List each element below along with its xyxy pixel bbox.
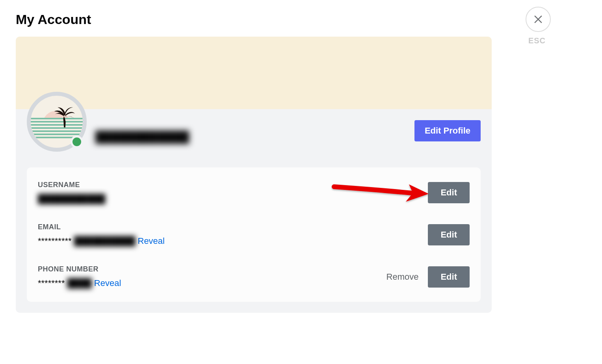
phone-row: PHONE NUMBER ********████ Reveal Remove …: [27, 256, 481, 298]
close-icon: [533, 14, 544, 25]
phone-masked: ********: [38, 278, 65, 288]
edit-username-button[interactable]: Edit: [428, 182, 470, 203]
phone-label: PHONE NUMBER: [38, 265, 121, 273]
avatar: [27, 92, 87, 152]
phone-value: ████: [67, 278, 92, 288]
status-online-icon: [71, 136, 83, 148]
email-row: EMAIL **********██████████ Reveal Edit: [27, 214, 481, 256]
reveal-phone-button[interactable]: Reveal: [94, 278, 121, 288]
profile-row: ████████████ Edit Profile: [16, 109, 492, 167]
edit-email-button[interactable]: Edit: [428, 224, 470, 245]
account-card: ████████████ Edit Profile USERNAME █████…: [16, 37, 492, 313]
palm-tree-icon: [54, 107, 76, 129]
email-value: ██████████: [74, 236, 136, 246]
display-name: ████████████: [95, 131, 189, 143]
account-details: USERNAME ███████████ Edit EMAIL ********…: [27, 167, 481, 302]
email-label: EMAIL: [38, 223, 165, 231]
esc-label: ESC: [528, 36, 546, 45]
page-title: My Account: [16, 12, 586, 27]
profile-banner: [16, 37, 492, 109]
remove-phone-button[interactable]: Remove: [386, 272, 419, 282]
email-masked: **********: [38, 236, 72, 246]
edit-phone-button[interactable]: Edit: [428, 266, 470, 288]
close-button[interactable]: [526, 7, 551, 32]
edit-profile-button[interactable]: Edit Profile: [414, 120, 481, 141]
username-row: USERNAME ███████████ Edit: [27, 171, 481, 214]
username-value: ███████████: [38, 194, 105, 204]
username-label: USERNAME: [38, 181, 105, 189]
reveal-email-button[interactable]: Reveal: [138, 236, 165, 246]
